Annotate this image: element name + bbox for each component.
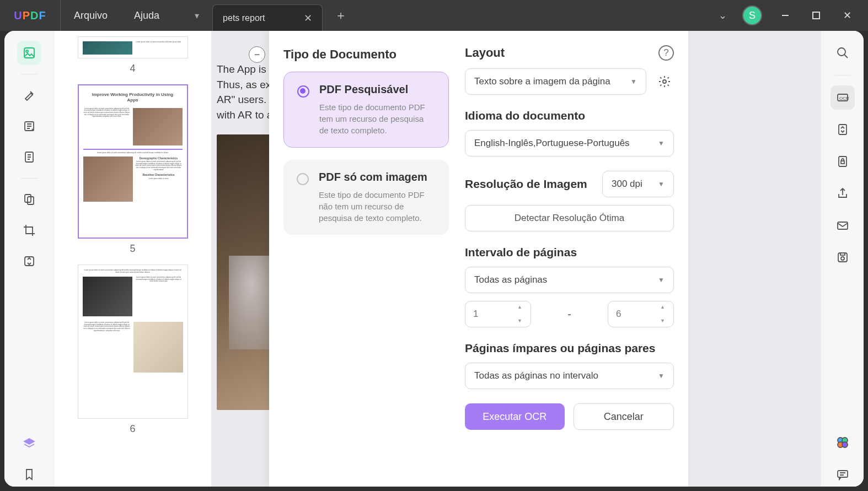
- window-controls: ⌄ S ✕: [719, 6, 868, 25]
- edit-text-tool[interactable]: [17, 114, 41, 138]
- spin-down-icon[interactable]: ▼: [660, 319, 670, 323]
- convert-tool[interactable]: [831, 117, 855, 142]
- thumbnail-6[interactable]: Lorem ipsum dolor sit amet consectetur a…: [76, 265, 189, 435]
- ocr-panel: Tipo de Documento PDF Pesquisável Este t…: [269, 31, 688, 487]
- compress-tool[interactable]: [17, 249, 41, 273]
- resolution-label: Resolução de Imagem: [465, 177, 587, 191]
- thumb-label-5: 5: [76, 243, 189, 255]
- right-toolbar: OCR: [821, 31, 864, 487]
- gear-icon[interactable]: [655, 72, 674, 91]
- svg-point-10: [838, 48, 845, 56]
- doctype-searchable[interactable]: PDF Pesquisável Este tipo de documento P…: [283, 72, 449, 148]
- range-separator: -: [567, 308, 571, 321]
- menu-file[interactable]: Arquivo: [61, 10, 121, 21]
- doctype-heading: Tipo de Documento: [283, 47, 449, 62]
- range-from-input[interactable]: ▲▼: [465, 301, 531, 327]
- range-to-input[interactable]: ▲▼: [608, 301, 674, 327]
- tab-strip: ▾ pets report ✕ ＋: [189, 0, 346, 31]
- ai-assistant-icon[interactable]: [831, 430, 855, 455]
- search-icon[interactable]: [831, 41, 855, 65]
- ocr-settings: Layout ? Texto sobre a imagem da página▼…: [465, 45, 674, 477]
- menu-help[interactable]: Ajuda: [121, 10, 173, 21]
- close-window-button[interactable]: ✕: [839, 8, 855, 23]
- layout-label: Layout: [465, 46, 505, 60]
- svg-rect-24: [838, 471, 848, 477]
- spin-down-icon[interactable]: ▼: [517, 319, 527, 323]
- thumbnails-panel[interactable]: Lorem ipsum dolor sit amet consectetur e…: [54, 31, 211, 487]
- help-icon[interactable]: ?: [658, 45, 674, 61]
- svg-rect-14: [839, 157, 846, 166]
- svg-rect-13: [839, 125, 846, 134]
- thumbnail-5[interactable]: Improve Working Productivity in Using Ap…: [76, 84, 189, 255]
- svg-point-18: [841, 257, 844, 260]
- resolution-select[interactable]: 300 dpi▼: [602, 171, 674, 197]
- tab-title: pets report: [223, 13, 265, 23]
- user-avatar[interactable]: S: [742, 6, 762, 25]
- doctype-searchable-desc: Este tipo de documento PDF tem um recurs…: [319, 101, 435, 136]
- doctype-searchable-name: PDF Pesquisável: [319, 83, 435, 96]
- svg-text:OCR: OCR: [839, 96, 849, 101]
- layout-select[interactable]: Texto sobre a imagem da página▼: [465, 68, 646, 95]
- bookmark-tool[interactable]: [17, 462, 41, 487]
- svg-point-3: [26, 50, 28, 52]
- doctype-image-only-name: PDF só com imagem: [319, 171, 436, 184]
- odd-even-select[interactable]: Todas as páginas no intervalo▼: [465, 363, 674, 389]
- organize-tool[interactable]: [17, 187, 41, 212]
- page-range-select[interactable]: Todas as páginas▼: [465, 267, 674, 293]
- app-body: Lorem ipsum dolor sit amet consectetur e…: [4, 31, 864, 487]
- execute-ocr-button[interactable]: Executar OCR: [465, 403, 565, 430]
- page-tool[interactable]: [17, 145, 41, 169]
- app-logo: UPDF: [0, 0, 61, 31]
- crop-tool[interactable]: [17, 218, 41, 242]
- ocr-tool[interactable]: OCR: [831, 85, 855, 110]
- thumb-label-4: 4: [76, 63, 189, 74]
- odd-even-label: Páginas ímpares ou páginas pares: [465, 342, 674, 355]
- svg-rect-1: [813, 12, 819, 19]
- chevron-down-icon[interactable]: ⌄: [719, 9, 727, 21]
- svg-rect-2: [24, 48, 34, 58]
- tab-list-dropdown[interactable]: ▾: [189, 8, 205, 23]
- mail-icon[interactable]: [831, 213, 855, 238]
- spin-up-icon[interactable]: ▲: [517, 305, 527, 310]
- titlebar: UPDF Arquivo Ajuda ▾ pets report ✕ ＋ ⌄ S…: [0, 0, 868, 31]
- comment-icon[interactable]: [831, 462, 855, 487]
- left-toolbar: [4, 31, 54, 487]
- close-tab-icon[interactable]: ✕: [304, 12, 312, 24]
- tab-pets-report[interactable]: pets report ✕: [212, 4, 322, 31]
- radio-off-icon: [297, 173, 309, 185]
- svg-rect-15: [841, 161, 844, 164]
- maximize-button[interactable]: [808, 8, 824, 23]
- protect-tool[interactable]: [831, 149, 855, 174]
- new-tab-button[interactable]: ＋: [335, 7, 347, 24]
- doctype-image-only[interactable]: PDF só com imagem Este tipo de documento…: [283, 160, 449, 235]
- svg-point-9: [663, 80, 666, 83]
- thumbnail-4[interactable]: Lorem ipsum dolor sit amet consectetur e…: [76, 36, 189, 74]
- doctype-image-only-desc: Este tipo de documento PDF não tem um re…: [319, 189, 436, 224]
- collapse-button[interactable]: −: [249, 46, 265, 63]
- minimize-button[interactable]: [778, 8, 793, 23]
- thumbnails-tool[interactable]: [17, 41, 41, 65]
- layers-tool[interactable]: [17, 431, 41, 456]
- spin-up-icon[interactable]: ▲: [660, 305, 670, 310]
- page-range-label: Intervalo de páginas: [465, 246, 674, 259]
- highlight-tool[interactable]: [17, 83, 41, 107]
- language-select[interactable]: English-Inglês,Portuguese-Português▼: [465, 130, 674, 157]
- share-icon[interactable]: [831, 181, 855, 206]
- thumb-label-6: 6: [76, 423, 189, 435]
- document-viewport[interactable]: − The App is n Thus, as exp AR" users. O…: [211, 31, 821, 487]
- language-label: Idioma do documento: [465, 109, 674, 122]
- svg-rect-19: [840, 253, 845, 255]
- svg-rect-16: [838, 222, 848, 229]
- cancel-button[interactable]: Cancelar: [574, 403, 674, 430]
- save-tool[interactable]: [831, 245, 855, 269]
- radio-on-icon: [297, 85, 309, 98]
- detect-resolution-button[interactable]: Detectar Resolução Ótima: [465, 205, 674, 231]
- svg-point-23: [842, 442, 848, 447]
